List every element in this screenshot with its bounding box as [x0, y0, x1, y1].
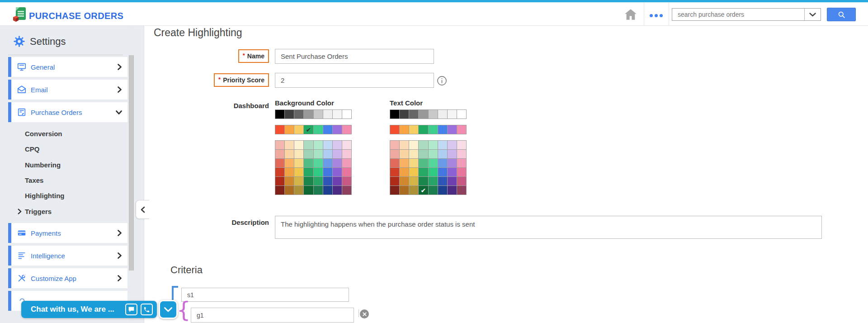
color-swatch[interactable] [323, 125, 332, 134]
color-swatch[interactable] [429, 150, 438, 158]
color-swatch[interactable] [294, 168, 303, 176]
color-swatch[interactable] [419, 168, 428, 176]
color-swatch[interactable] [390, 110, 399, 119]
color-swatch[interactable] [457, 125, 466, 134]
color-swatch[interactable] [342, 186, 351, 195]
color-swatch[interactable] [342, 110, 351, 119]
color-swatch[interactable] [275, 168, 284, 176]
color-swatch[interactable] [323, 150, 332, 158]
color-swatch[interactable] [333, 168, 342, 176]
color-swatch[interactable] [390, 159, 399, 167]
chat-call-button[interactable] [141, 304, 153, 315]
color-swatch[interactable] [438, 110, 447, 119]
color-swatch[interactable] [429, 110, 438, 119]
color-swatch[interactable] [333, 150, 342, 158]
color-swatch[interactable] [448, 168, 457, 176]
name-input[interactable] [275, 49, 434, 64]
color-swatch[interactable] [333, 141, 342, 149]
color-swatch[interactable] [333, 125, 342, 134]
color-swatch[interactable] [429, 125, 438, 134]
color-swatch[interactable] [400, 168, 409, 176]
priority-score-input[interactable] [275, 73, 434, 88]
color-swatch[interactable] [409, 186, 418, 195]
color-swatch[interactable] [409, 150, 418, 158]
color-swatch[interactable] [457, 186, 466, 195]
color-swatch[interactable] [429, 159, 438, 167]
color-swatch[interactable] [323, 177, 332, 185]
color-swatch[interactable] [304, 168, 313, 176]
color-swatch[interactable] [390, 141, 399, 149]
color-swatch[interactable] [419, 150, 428, 158]
color-swatch[interactable] [314, 186, 323, 195]
color-swatch[interactable] [419, 125, 428, 134]
color-swatch[interactable] [294, 110, 303, 119]
color-swatch[interactable] [457, 110, 466, 119]
color-swatch[interactable] [448, 159, 457, 167]
color-swatch[interactable] [294, 177, 303, 185]
color-swatch[interactable] [304, 110, 313, 119]
color-swatch[interactable] [314, 177, 323, 185]
color-swatch[interactable] [409, 141, 418, 149]
color-swatch[interactable] [285, 150, 294, 158]
sidebar-item-payments[interactable]: Payments [8, 223, 127, 243]
color-swatch[interactable] [304, 177, 313, 185]
sidebar-subitem-conversion[interactable]: Conversion [25, 130, 62, 138]
color-swatch[interactable] [285, 141, 294, 149]
color-swatch[interactable] [419, 110, 428, 119]
color-swatch[interactable] [333, 177, 342, 185]
chat-widget-bar[interactable]: Chat with us, We are ... [21, 301, 157, 318]
color-swatch[interactable] [419, 141, 428, 149]
sidebar-collapse-button[interactable] [136, 200, 149, 219]
color-swatch[interactable] [323, 159, 332, 167]
color-swatch[interactable] [323, 110, 332, 119]
color-swatch[interactable] [342, 159, 351, 167]
color-swatch[interactable] [314, 125, 323, 134]
color-swatch[interactable] [457, 150, 466, 158]
color-swatch[interactable] [438, 159, 447, 167]
color-swatch[interactable] [285, 168, 294, 176]
color-swatch[interactable] [285, 159, 294, 167]
color-swatch[interactable] [342, 141, 351, 149]
color-swatch[interactable] [419, 177, 428, 185]
home-icon[interactable] [624, 9, 637, 20]
sidebar-item-customize-app[interactable]: Customize App [8, 268, 127, 288]
color-swatch[interactable]: ✔ [419, 186, 428, 195]
color-swatch[interactable] [294, 159, 303, 167]
color-swatch[interactable] [457, 168, 466, 176]
search-input[interactable] [672, 9, 804, 20]
sidebar-subitem-highlighting[interactable]: Highlighting [25, 192, 64, 200]
color-swatch[interactable] [429, 168, 438, 176]
color-swatch[interactable] [285, 177, 294, 185]
color-swatch[interactable] [448, 177, 457, 185]
color-swatch[interactable] [323, 168, 332, 176]
color-swatch[interactable] [448, 110, 457, 119]
color-swatch[interactable] [409, 125, 418, 134]
more-options-button[interactable] [650, 14, 663, 17]
color-swatch[interactable] [342, 168, 351, 176]
color-swatch[interactable] [438, 186, 447, 195]
color-swatch[interactable] [448, 141, 457, 149]
color-swatch[interactable] [457, 141, 466, 149]
color-swatch[interactable] [390, 186, 399, 195]
info-icon[interactable] [437, 76, 447, 86]
sidebar-subitem-taxes[interactable]: Taxes [25, 176, 43, 184]
search-button[interactable] [827, 8, 856, 21]
color-swatch[interactable] [409, 159, 418, 167]
color-swatch[interactable] [275, 186, 284, 195]
color-swatch[interactable] [333, 159, 342, 167]
description-input[interactable]: The highlighting happens when the purcha… [275, 216, 822, 239]
color-swatch[interactable] [448, 125, 457, 134]
color-swatch[interactable] [314, 168, 323, 176]
color-swatch[interactable] [304, 159, 313, 167]
search-scope-dropdown[interactable] [804, 9, 821, 20]
color-swatch[interactable] [448, 186, 457, 195]
color-swatch[interactable] [342, 125, 351, 134]
color-swatch[interactable] [275, 125, 284, 134]
color-swatch[interactable] [323, 186, 332, 195]
color-swatch[interactable] [400, 141, 409, 149]
color-swatch[interactable] [409, 177, 418, 185]
sidebar-subitem-numbering[interactable]: Numbering [25, 161, 61, 169]
color-swatch[interactable] [429, 177, 438, 185]
color-swatch[interactable] [275, 177, 284, 185]
sidebar-scrollbar-thumb[interactable] [129, 55, 134, 271]
